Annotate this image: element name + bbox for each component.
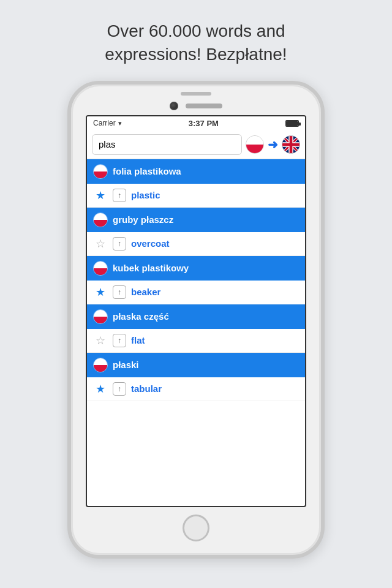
english-word: tabular bbox=[131, 383, 162, 394]
list-item[interactable]: gruby płaszcz bbox=[87, 208, 305, 232]
share-icon[interactable] bbox=[113, 285, 126, 299]
list-item[interactable]: płaska część bbox=[87, 304, 305, 329]
wifi-icon: ▾ bbox=[118, 119, 122, 127]
share-icon[interactable] bbox=[113, 334, 126, 347]
phone-top bbox=[71, 85, 321, 113]
star-icon[interactable]: ☆ bbox=[93, 237, 108, 251]
direction-arrow-icon: ➜ bbox=[268, 137, 278, 152]
list-item[interactable]: ★ plastic bbox=[87, 184, 305, 208]
star-icon[interactable]: ★ bbox=[93, 285, 108, 299]
search-input[interactable] bbox=[92, 134, 242, 155]
pl-flag-icon bbox=[93, 309, 108, 324]
headline-line2: expressions! Bezpłatne! bbox=[105, 45, 287, 64]
front-camera bbox=[170, 102, 178, 110]
flag-pl-white bbox=[246, 136, 263, 145]
status-left: Carrier ▾ bbox=[93, 119, 122, 127]
english-word: plastic bbox=[131, 190, 160, 200]
polish-word: płaska część bbox=[113, 311, 169, 322]
english-word: overcoat bbox=[131, 238, 170, 249]
phone-screen: Carrier ▾ 3:37 PM ➜ bbox=[86, 115, 306, 507]
pl-flag-icon bbox=[93, 213, 108, 227]
polish-word: kubek plastikowy bbox=[113, 263, 189, 273]
star-icon[interactable]: ★ bbox=[93, 189, 108, 202]
list-item[interactable]: folia plastikowa bbox=[87, 159, 305, 184]
carrier-label: Carrier bbox=[93, 119, 116, 127]
home-button[interactable] bbox=[183, 514, 209, 541]
english-word: flat bbox=[131, 335, 145, 345]
flag-pl-red bbox=[246, 145, 263, 153]
status-time: 3:37 PM bbox=[189, 119, 219, 128]
source-language-flag[interactable] bbox=[246, 135, 264, 154]
pl-flag-icon bbox=[93, 261, 108, 276]
star-icon[interactable]: ☆ bbox=[93, 334, 108, 347]
battery-icon bbox=[285, 120, 299, 127]
list-item[interactable]: ☆ flat bbox=[87, 329, 305, 353]
polish-word: płaski bbox=[113, 360, 139, 370]
share-icon[interactable] bbox=[113, 189, 126, 202]
share-icon[interactable] bbox=[113, 382, 126, 396]
share-icon[interactable] bbox=[113, 237, 126, 251]
list-item[interactable]: ★ beaker bbox=[87, 281, 305, 304]
target-language-flag[interactable] bbox=[282, 135, 300, 154]
list-item[interactable]: ☆ overcoat bbox=[87, 232, 305, 256]
headline: Over 60.000 words and expressions! Bezpł… bbox=[80, 0, 311, 81]
headline-line1: Over 60.000 words and bbox=[107, 21, 285, 40]
camera-row bbox=[170, 99, 222, 113]
earpiece-speaker bbox=[186, 104, 222, 108]
list-item[interactable]: ★ tabular bbox=[87, 377, 305, 401]
status-bar: Carrier ▾ 3:37 PM bbox=[87, 116, 305, 130]
english-word: beaker bbox=[131, 287, 160, 297]
pl-flag-icon bbox=[93, 164, 108, 179]
battery-fill bbox=[287, 121, 298, 126]
polish-word: gruby płaszcz bbox=[113, 214, 173, 225]
polish-word: folia plastikowa bbox=[113, 166, 181, 176]
list-item[interactable]: kubek plastikowy bbox=[87, 256, 305, 281]
pl-flag-icon bbox=[93, 358, 108, 372]
phone-shell: Carrier ▾ 3:37 PM ➜ bbox=[67, 81, 325, 559]
list-item[interactable]: płaski bbox=[87, 353, 305, 377]
dictionary-list: folia plastikowa ★ plastic gruby płaszcz… bbox=[87, 159, 305, 401]
search-bar: ➜ bbox=[87, 130, 305, 159]
star-icon[interactable]: ★ bbox=[93, 382, 108, 396]
phone-bottom bbox=[183, 507, 209, 555]
sleep-button-indicator bbox=[181, 92, 211, 96]
